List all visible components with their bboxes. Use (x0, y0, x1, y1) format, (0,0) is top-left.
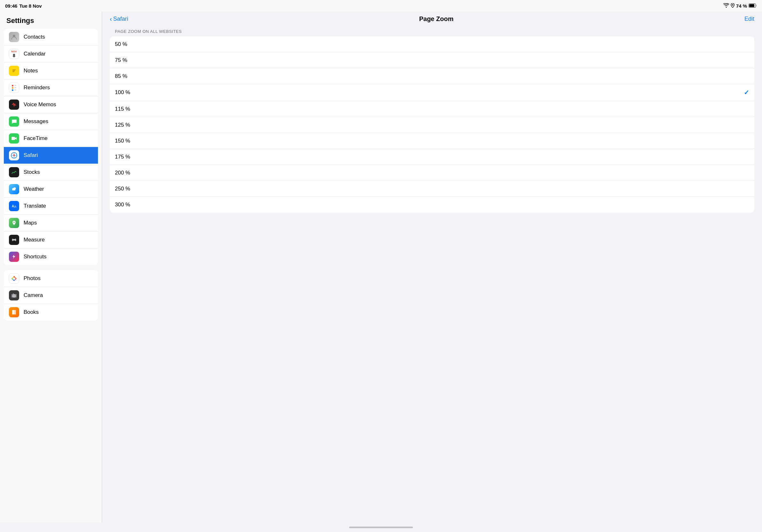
svg-point-14 (14, 187, 16, 190)
section-label: PAGE ZOOM ON ALL WEBSITES (110, 27, 754, 36)
battery-icon (749, 3, 757, 9)
edit-button[interactable]: Edit (744, 16, 754, 22)
zoom-option-75[interactable]: 75 % (110, 52, 754, 68)
detail-content: PAGE ZOOM ON ALL WEBSITES 50 % 75 % 85 %… (102, 27, 762, 213)
zoom-option-85[interactable]: 85 % (110, 68, 754, 84)
sidebar-item-weather[interactable]: Weather (4, 181, 98, 198)
weather-icon (9, 184, 19, 194)
reminders-icon (9, 83, 19, 93)
messages-label: Messages (24, 118, 48, 125)
svg-rect-8 (12, 137, 15, 140)
home-bar (349, 527, 413, 528)
zoom-value-125: 125 % (115, 122, 130, 128)
sidebar-item-translate[interactable]: A あ Translate (4, 198, 98, 215)
zoom-option-115[interactable]: 115 % (110, 101, 754, 117)
svg-rect-23 (15, 238, 16, 241)
sidebar-item-messages[interactable]: Messages (4, 113, 98, 130)
svg-rect-22 (14, 239, 15, 240)
svg-rect-6 (12, 71, 15, 71)
maps-label: Maps (24, 220, 37, 226)
date-label: Tue 8 Nov (19, 3, 42, 9)
notes-icon (9, 66, 19, 76)
maps-icon (9, 218, 19, 228)
books-label: Books (24, 309, 38, 315)
sidebar-item-notes[interactable]: Notes (4, 62, 98, 79)
translate-icon: A あ (9, 201, 19, 211)
facetime-label: FaceTime (24, 135, 47, 142)
battery-label: 74 % (736, 3, 747, 9)
svg-rect-27 (13, 294, 14, 295)
sidebar: Settings Contacts NOV 8 Calendar (0, 12, 102, 522)
zoom-option-50[interactable]: 50 % (110, 36, 754, 52)
svg-rect-5 (12, 70, 16, 70)
svg-rect-29 (14, 310, 16, 314)
zoom-value-150: 150 % (115, 138, 130, 144)
stocks-icon (9, 167, 19, 177)
zoom-value-175: 175 % (115, 154, 130, 160)
stocks-label: Stocks (24, 169, 40, 175)
zoom-option-300[interactable]: 300 % (110, 197, 754, 213)
shortcuts-label: Shortcuts (24, 253, 46, 260)
zoom-value-100: 100 % (115, 89, 130, 96)
svg-rect-20 (12, 238, 13, 241)
sidebar-item-facetime[interactable]: FaceTime (4, 130, 98, 147)
sidebar-item-stocks[interactable]: Stocks (4, 164, 98, 181)
sidebar-list-primary: Contacts NOV 8 Calendar (4, 29, 98, 265)
time-label: 09:46 (5, 3, 17, 9)
books-icon (9, 307, 19, 317)
zoom-option-100[interactable]: 100 % ✓ (110, 84, 754, 101)
camera-label: Camera (24, 292, 43, 299)
sidebar-item-books[interactable]: Books (4, 304, 98, 320)
safari-label: Safari (24, 152, 38, 159)
sidebar-list-secondary: Photos Camera (4, 270, 98, 320)
weather-label: Weather (24, 186, 44, 192)
location-icon (731, 3, 734, 9)
wifi-icon (724, 3, 729, 9)
zoom-value-200: 200 % (115, 170, 130, 176)
calendar-label: Calendar (24, 51, 45, 57)
sidebar-item-camera[interactable]: Camera (4, 287, 98, 304)
zoom-value-50: 50 % (115, 41, 127, 47)
zoom-options-list: 50 % 75 % 85 % 100 % ✓ 115 % 125 % (110, 36, 754, 213)
sidebar-item-calendar[interactable]: NOV 8 Calendar (4, 46, 98, 62)
contacts-icon (9, 32, 19, 42)
camera-icon (9, 290, 19, 300)
back-button[interactable]: ‹ Safari (110, 15, 128, 23)
sidebar-item-photos[interactable]: Photos (4, 270, 98, 287)
sidebar-item-maps[interactable]: Maps (4, 215, 98, 232)
photos-icon (9, 273, 19, 284)
measure-label: Measure (24, 237, 45, 243)
facetime-icon (9, 133, 19, 144)
zoom-option-250[interactable]: 250 % (110, 181, 754, 197)
back-label: Safari (113, 16, 128, 22)
svg-rect-2 (749, 4, 754, 7)
sidebar-item-measure[interactable]: Measure (4, 232, 98, 248)
notes-label: Notes (24, 68, 38, 74)
detail-title: Page Zoom (419, 15, 453, 23)
svg-rect-28 (12, 310, 14, 314)
svg-rect-15 (12, 189, 15, 190)
reminders-label: Reminders (24, 85, 50, 91)
photos-label: Photos (24, 275, 40, 282)
zoom-checkmark-100: ✓ (744, 89, 749, 96)
back-chevron-icon: ‹ (110, 15, 112, 23)
voicememos-label: Voice Memos (24, 101, 56, 108)
zoom-option-150[interactable]: 150 % (110, 133, 754, 149)
voicememos-icon (9, 100, 19, 110)
zoom-option-125[interactable]: 125 % (110, 117, 754, 133)
sidebar-item-contacts[interactable]: Contacts (4, 29, 98, 46)
zoom-value-85: 85 % (115, 73, 127, 79)
zoom-option-200[interactable]: 200 % (110, 165, 754, 181)
zoom-value-300: 300 % (115, 202, 130, 208)
sidebar-item-reminders[interactable]: Reminders (4, 79, 98, 96)
status-bar: 09:46 Tue 8 Nov 74 % (0, 0, 762, 12)
measure-icon (9, 235, 19, 245)
svg-point-0 (732, 4, 733, 5)
sidebar-item-voicememos[interactable]: Voice Memos (4, 96, 98, 113)
sidebar-item-safari[interactable]: Safari (4, 147, 98, 164)
svg-rect-7 (12, 71, 14, 72)
safari-icon (9, 150, 19, 161)
home-indicator (0, 522, 762, 532)
zoom-option-175[interactable]: 175 % (110, 149, 754, 165)
sidebar-item-shortcuts[interactable]: Shortcuts (4, 248, 98, 265)
